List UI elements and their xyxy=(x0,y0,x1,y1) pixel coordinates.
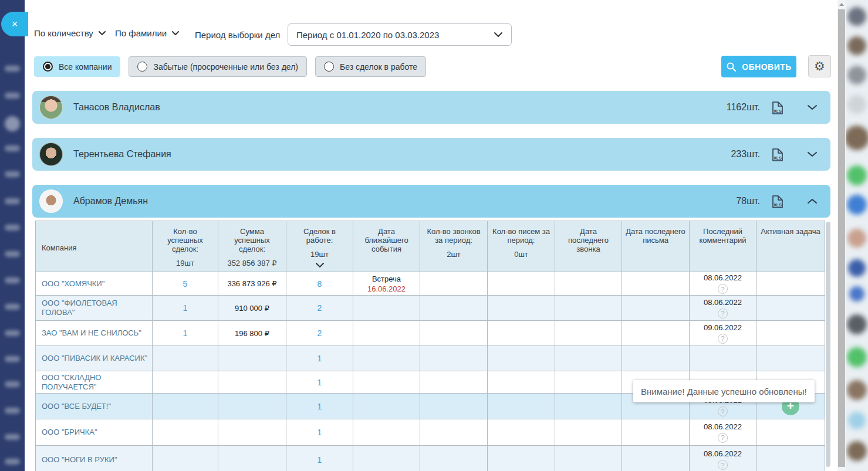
chat-avatar-blurred[interactable] xyxy=(848,259,866,277)
chat-avatar-blurred[interactable] xyxy=(847,165,867,185)
company-link[interactable]: ООО "НОГИ В РУКИ" xyxy=(36,446,153,471)
nav-item-blurred[interactable] xyxy=(5,356,20,362)
nav-item-blurred[interactable] xyxy=(5,171,20,177)
col-total: 19шт xyxy=(290,250,349,259)
in-work-cell[interactable]: 2 xyxy=(286,296,353,321)
question-icon[interactable]: ? xyxy=(718,433,728,443)
xls-export-icon[interactable]: XLS xyxy=(771,194,785,209)
radio-forgotten-companies[interactable]: Забытые (просроченные или без дел) xyxy=(129,56,307,77)
xls-export-icon[interactable]: XLS xyxy=(771,147,785,162)
manager-row-terenteva[interactable]: Терентьева Стефания 233шт. XLS xyxy=(32,138,830,171)
sort-by-name-dropdown[interactable]: По фамилии xyxy=(115,28,180,38)
question-icon[interactable]: ? xyxy=(718,284,728,294)
active-task-cell xyxy=(756,419,825,446)
successful-sum-cell xyxy=(218,394,286,419)
manager-count: 233шт. xyxy=(731,149,760,160)
nav-item-blurred[interactable] xyxy=(5,330,20,336)
success-tooltip-text: Внимание! Данные успешно обновлены! xyxy=(641,387,807,397)
nav-item-blurred[interactable] xyxy=(5,304,20,310)
nav-item-blurred[interactable] xyxy=(5,459,20,465)
chat-avatar-blurred[interactable] xyxy=(847,7,866,26)
company-link[interactable]: ООО "ВСЕ БУДЕТ!" xyxy=(36,394,153,419)
scroll-up-arrow-icon[interactable] xyxy=(839,3,844,6)
chat-avatar-blurred[interactable] xyxy=(847,229,866,248)
sort-by-count-dropdown[interactable]: По количеству xyxy=(34,28,106,38)
chat-avatar-blurred[interactable] xyxy=(847,347,867,367)
chat-avatar-blurred[interactable] xyxy=(849,286,864,301)
successful-count-cell xyxy=(153,346,218,371)
chevron-down-icon[interactable] xyxy=(807,151,818,158)
nav-item-blurred[interactable] xyxy=(5,198,20,204)
companies-table: Компания Кол-во успешных сделок: 19шт Су… xyxy=(35,221,825,471)
in-work-cell[interactable]: 1 xyxy=(286,346,353,371)
comment-date: 08.06.2022 xyxy=(693,298,752,307)
company-link[interactable]: ЗАО "ВАМ И НЕ СНИЛОСЬ" xyxy=(36,321,153,346)
sort-chevron-down-icon[interactable] xyxy=(315,262,325,268)
table-scrollbar[interactable] xyxy=(826,222,830,467)
in-work-cell[interactable]: 1 xyxy=(286,419,353,446)
period-select[interactable]: Период с 01.01.2020 по 03.03.2023 xyxy=(288,23,512,46)
company-link[interactable]: ООО "БРИЧКА" xyxy=(36,419,153,446)
in-work-cell[interactable]: 1 xyxy=(286,394,353,419)
company-link[interactable]: ООО "ХОМЯЧКИ" xyxy=(36,272,153,296)
question-icon[interactable]: ? xyxy=(718,334,728,344)
manager-row-tanasov[interactable]: Танасов Владислав 1162шт. XLS xyxy=(32,91,830,124)
in-work-cell[interactable]: 8 xyxy=(286,272,353,296)
company-link[interactable]: ООО "ФИОЛЕТОВАЯ ГОЛОВА" xyxy=(36,296,153,321)
letters-cell xyxy=(488,419,555,446)
chevron-down-icon[interactable] xyxy=(807,104,818,111)
col-company: Компания xyxy=(36,221,153,272)
chevron-up-icon[interactable] xyxy=(807,198,818,205)
chat-avatar-blurred[interactable] xyxy=(847,314,867,334)
nav-item-blurred[interactable] xyxy=(5,251,20,257)
comment-date: 09.06.2022 xyxy=(693,323,752,332)
nav-item-blurred[interactable] xyxy=(5,434,20,440)
nav-item-blurred[interactable] xyxy=(5,225,20,231)
chat-avatar-blurred[interactable] xyxy=(847,380,867,400)
manager-row-abramov[interactable]: Абрамов Демьян 78шт. XLS xyxy=(32,185,830,218)
chat-avatar-blurred[interactable] xyxy=(848,412,866,429)
nav-item-blurred[interactable] xyxy=(5,277,20,283)
calls-cell xyxy=(420,394,488,419)
successful-count-cell[interactable]: 5 xyxy=(153,272,218,296)
chat-avatar-blurred[interactable] xyxy=(847,441,867,461)
question-icon[interactable]: ? xyxy=(718,406,728,416)
question-icon[interactable]: ? xyxy=(718,460,728,470)
letters-cell xyxy=(488,446,555,471)
chat-avatar-blurred[interactable] xyxy=(847,195,867,215)
chat-avatar-blurred[interactable] xyxy=(847,36,866,55)
chat-avatar-blurred[interactable] xyxy=(845,126,868,150)
xls-export-icon[interactable]: XLS xyxy=(771,100,785,116)
successful-count-cell[interactable]: 1 xyxy=(153,296,218,321)
letters-cell xyxy=(488,272,555,296)
settings-button[interactable]: ⚙ xyxy=(808,55,831,77)
in-work-cell[interactable]: 2 xyxy=(286,321,353,346)
chevron-down-icon xyxy=(98,31,106,36)
search-icon xyxy=(726,62,737,72)
nav-item-blurred[interactable] xyxy=(5,381,20,387)
scrollbar-thumb[interactable] xyxy=(838,9,845,467)
company-link[interactable]: ООО "СКЛАДНО ПОЛУЧАЕТСЯ" xyxy=(36,371,153,394)
col-total: 19шт xyxy=(156,259,214,267)
in-work-cell[interactable]: 1 xyxy=(286,371,353,394)
company-link[interactable]: ООО "ПИВАСИК И КАРАСИК" xyxy=(36,346,153,371)
question-icon[interactable]: ? xyxy=(718,309,728,318)
nav-item-blurred[interactable] xyxy=(5,408,20,414)
successful-count-cell[interactable]: 1 xyxy=(153,321,218,346)
radio-all-companies[interactable]: Все компании xyxy=(34,56,120,77)
radio-no-deals[interactable]: Без сделок в работе xyxy=(315,56,426,77)
nav-item-blurred[interactable] xyxy=(5,145,20,151)
col-last-letter: Дата последнего письма xyxy=(622,221,690,272)
active-task-cell xyxy=(756,446,825,471)
chat-avatar-blurred[interactable] xyxy=(847,95,866,114)
col-deals-in-work[interactable]: Сделок в работе: 19шт xyxy=(286,221,353,272)
page-scrollbar[interactable] xyxy=(837,0,846,471)
nav-item-blurred[interactable] xyxy=(5,66,20,72)
nav-avatar-blurred[interactable] xyxy=(5,116,20,131)
in-work-cell[interactable]: 1 xyxy=(286,446,353,471)
chat-avatar-blurred[interactable] xyxy=(847,66,866,84)
refresh-button[interactable]: ОБНОВИТЬ xyxy=(721,56,796,77)
nav-item-blurred[interactable] xyxy=(5,93,20,99)
close-icon[interactable]: × xyxy=(1,12,28,36)
successful-count-cell xyxy=(153,371,218,394)
